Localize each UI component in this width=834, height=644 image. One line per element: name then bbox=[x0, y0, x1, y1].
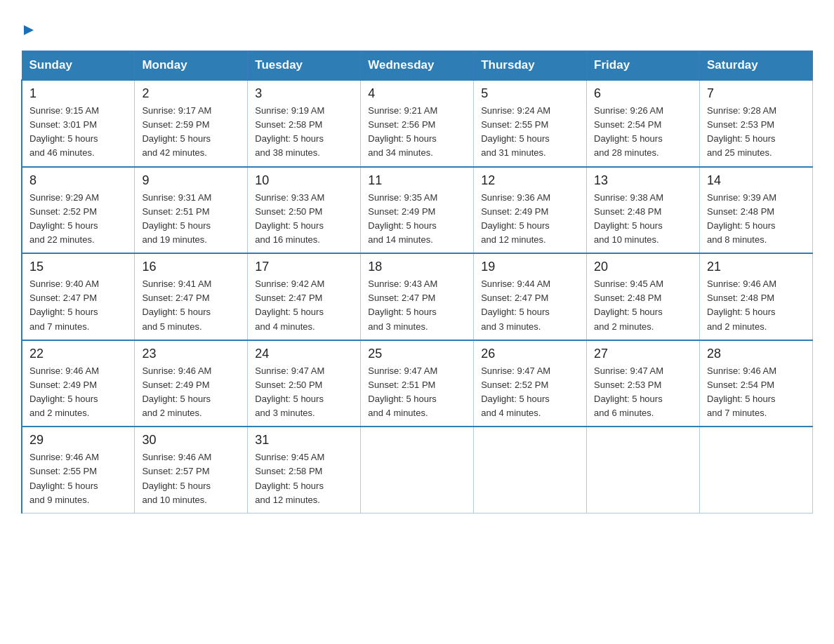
calendar-day-cell: 8Sunrise: 9:29 AM Sunset: 2:52 PM Daylig… bbox=[22, 167, 135, 254]
calendar-day-cell: 9Sunrise: 9:31 AM Sunset: 2:51 PM Daylig… bbox=[135, 167, 248, 254]
day-number: 4 bbox=[368, 86, 466, 101]
calendar-day-cell: 31Sunrise: 9:45 AM Sunset: 2:58 PM Dayli… bbox=[248, 427, 361, 513]
day-number: 17 bbox=[255, 260, 353, 274]
calendar-day-cell: 1Sunrise: 9:15 AM Sunset: 3:01 PM Daylig… bbox=[22, 80, 135, 167]
logo-blue-text bbox=[21, 18, 37, 41]
day-info: Sunrise: 9:28 AM Sunset: 2:53 PM Dayligh… bbox=[707, 104, 805, 161]
day-info: Sunrise: 9:46 AM Sunset: 2:57 PM Dayligh… bbox=[142, 450, 240, 507]
day-info: Sunrise: 9:29 AM Sunset: 2:52 PM Dayligh… bbox=[29, 191, 127, 248]
day-number: 14 bbox=[707, 173, 805, 188]
day-number: 31 bbox=[255, 433, 353, 448]
day-info: Sunrise: 9:42 AM Sunset: 2:47 PM Dayligh… bbox=[255, 277, 353, 334]
day-info: Sunrise: 9:31 AM Sunset: 2:51 PM Dayligh… bbox=[142, 191, 240, 248]
logo bbox=[21, 14, 37, 38]
day-info: Sunrise: 9:26 AM Sunset: 2:54 PM Dayligh… bbox=[594, 104, 692, 161]
day-number: 30 bbox=[142, 433, 240, 448]
day-info: Sunrise: 9:46 AM Sunset: 2:54 PM Dayligh… bbox=[707, 364, 805, 421]
weekday-header-sunday: Sunday bbox=[22, 51, 135, 81]
calendar-day-cell: 18Sunrise: 9:43 AM Sunset: 2:47 PM Dayli… bbox=[361, 253, 474, 340]
day-number: 1 bbox=[29, 86, 127, 101]
weekday-header-friday: Friday bbox=[587, 51, 700, 81]
day-number: 22 bbox=[29, 347, 127, 361]
calendar-day-cell: 25Sunrise: 9:47 AM Sunset: 2:51 PM Dayli… bbox=[361, 340, 474, 427]
day-info: Sunrise: 9:35 AM Sunset: 2:49 PM Dayligh… bbox=[368, 191, 466, 248]
logo-arrow-icon bbox=[21, 22, 37, 38]
day-info: Sunrise: 9:15 AM Sunset: 3:01 PM Dayligh… bbox=[29, 104, 127, 161]
day-info: Sunrise: 9:46 AM Sunset: 2:48 PM Dayligh… bbox=[707, 277, 805, 334]
day-info: Sunrise: 9:43 AM Sunset: 2:47 PM Dayligh… bbox=[368, 277, 466, 334]
weekday-header-tuesday: Tuesday bbox=[248, 51, 361, 81]
day-info: Sunrise: 9:47 AM Sunset: 2:53 PM Dayligh… bbox=[594, 364, 692, 421]
calendar-table: SundayMondayTuesdayWednesdayThursdayFrid… bbox=[21, 51, 813, 514]
calendar-day-cell: 20Sunrise: 9:45 AM Sunset: 2:48 PM Dayli… bbox=[587, 253, 700, 340]
calendar-week-row: 15Sunrise: 9:40 AM Sunset: 2:47 PM Dayli… bbox=[22, 253, 813, 340]
calendar-header-row: SundayMondayTuesdayWednesdayThursdayFrid… bbox=[22, 51, 813, 81]
calendar-week-row: 22Sunrise: 9:46 AM Sunset: 2:49 PM Dayli… bbox=[22, 340, 813, 427]
day-info: Sunrise: 9:19 AM Sunset: 2:58 PM Dayligh… bbox=[255, 104, 353, 161]
calendar-day-cell: 16Sunrise: 9:41 AM Sunset: 2:47 PM Dayli… bbox=[135, 253, 248, 340]
calendar-day-cell: 24Sunrise: 9:47 AM Sunset: 2:50 PM Dayli… bbox=[248, 340, 361, 427]
day-number: 21 bbox=[707, 260, 805, 274]
day-number: 9 bbox=[142, 173, 240, 188]
empty-day-cell bbox=[361, 427, 474, 513]
page-header bbox=[21, 14, 813, 38]
day-number: 2 bbox=[142, 86, 240, 101]
day-number: 27 bbox=[594, 347, 692, 361]
day-number: 26 bbox=[481, 347, 579, 361]
weekday-header-thursday: Thursday bbox=[474, 51, 587, 81]
calendar-week-row: 1Sunrise: 9:15 AM Sunset: 3:01 PM Daylig… bbox=[22, 80, 813, 167]
empty-day-cell bbox=[587, 427, 700, 513]
day-info: Sunrise: 9:39 AM Sunset: 2:48 PM Dayligh… bbox=[707, 191, 805, 248]
calendar-day-cell: 22Sunrise: 9:46 AM Sunset: 2:49 PM Dayli… bbox=[22, 340, 135, 427]
calendar-day-cell: 28Sunrise: 9:46 AM Sunset: 2:54 PM Dayli… bbox=[700, 340, 813, 427]
day-info: Sunrise: 9:36 AM Sunset: 2:49 PM Dayligh… bbox=[481, 191, 579, 248]
calendar-day-cell: 6Sunrise: 9:26 AM Sunset: 2:54 PM Daylig… bbox=[587, 80, 700, 167]
calendar-day-cell: 3Sunrise: 9:19 AM Sunset: 2:58 PM Daylig… bbox=[248, 80, 361, 167]
day-number: 29 bbox=[29, 433, 127, 448]
day-number: 23 bbox=[142, 347, 240, 361]
calendar-day-cell: 5Sunrise: 9:24 AM Sunset: 2:55 PM Daylig… bbox=[474, 80, 587, 167]
day-info: Sunrise: 9:17 AM Sunset: 2:59 PM Dayligh… bbox=[142, 104, 240, 161]
day-info: Sunrise: 9:46 AM Sunset: 2:55 PM Dayligh… bbox=[29, 450, 127, 507]
calendar-day-cell: 13Sunrise: 9:38 AM Sunset: 2:48 PM Dayli… bbox=[587, 167, 700, 254]
day-info: Sunrise: 9:21 AM Sunset: 2:56 PM Dayligh… bbox=[368, 104, 466, 161]
day-number: 18 bbox=[368, 260, 466, 274]
day-number: 12 bbox=[481, 173, 579, 188]
calendar-day-cell: 30Sunrise: 9:46 AM Sunset: 2:57 PM Dayli… bbox=[135, 427, 248, 513]
calendar-day-cell: 27Sunrise: 9:47 AM Sunset: 2:53 PM Dayli… bbox=[587, 340, 700, 427]
day-number: 5 bbox=[481, 86, 579, 101]
day-info: Sunrise: 9:47 AM Sunset: 2:52 PM Dayligh… bbox=[481, 364, 579, 421]
calendar-day-cell: 19Sunrise: 9:44 AM Sunset: 2:47 PM Dayli… bbox=[474, 253, 587, 340]
day-info: Sunrise: 9:47 AM Sunset: 2:50 PM Dayligh… bbox=[255, 364, 353, 421]
day-number: 6 bbox=[594, 86, 692, 101]
calendar-day-cell: 7Sunrise: 9:28 AM Sunset: 2:53 PM Daylig… bbox=[700, 80, 813, 167]
day-info: Sunrise: 9:45 AM Sunset: 2:58 PM Dayligh… bbox=[255, 450, 353, 507]
day-number: 10 bbox=[255, 173, 353, 188]
calendar-day-cell: 15Sunrise: 9:40 AM Sunset: 2:47 PM Dayli… bbox=[22, 253, 135, 340]
day-number: 19 bbox=[481, 260, 579, 274]
day-info: Sunrise: 9:46 AM Sunset: 2:49 PM Dayligh… bbox=[142, 364, 240, 421]
day-number: 7 bbox=[707, 86, 805, 101]
calendar-day-cell: 10Sunrise: 9:33 AM Sunset: 2:50 PM Dayli… bbox=[248, 167, 361, 254]
calendar-day-cell: 14Sunrise: 9:39 AM Sunset: 2:48 PM Dayli… bbox=[700, 167, 813, 254]
day-number: 8 bbox=[29, 173, 127, 188]
day-info: Sunrise: 9:38 AM Sunset: 2:48 PM Dayligh… bbox=[594, 191, 692, 248]
empty-day-cell bbox=[474, 427, 587, 513]
calendar-day-cell: 29Sunrise: 9:46 AM Sunset: 2:55 PM Dayli… bbox=[22, 427, 135, 513]
day-info: Sunrise: 9:45 AM Sunset: 2:48 PM Dayligh… bbox=[594, 277, 692, 334]
calendar-week-row: 8Sunrise: 9:29 AM Sunset: 2:52 PM Daylig… bbox=[22, 167, 813, 254]
calendar-day-cell: 4Sunrise: 9:21 AM Sunset: 2:56 PM Daylig… bbox=[361, 80, 474, 167]
svg-marker-0 bbox=[24, 25, 34, 35]
day-number: 20 bbox=[594, 260, 692, 274]
calendar-week-row: 29Sunrise: 9:46 AM Sunset: 2:55 PM Dayli… bbox=[22, 427, 813, 513]
day-info: Sunrise: 9:41 AM Sunset: 2:47 PM Dayligh… bbox=[142, 277, 240, 334]
weekday-header-saturday: Saturday bbox=[700, 51, 813, 81]
calendar-day-cell: 26Sunrise: 9:47 AM Sunset: 2:52 PM Dayli… bbox=[474, 340, 587, 427]
day-number: 28 bbox=[707, 347, 805, 361]
day-number: 16 bbox=[142, 260, 240, 274]
day-info: Sunrise: 9:24 AM Sunset: 2:55 PM Dayligh… bbox=[481, 104, 579, 161]
calendar-day-cell: 11Sunrise: 9:35 AM Sunset: 2:49 PM Dayli… bbox=[361, 167, 474, 254]
day-number: 3 bbox=[255, 86, 353, 101]
day-number: 15 bbox=[29, 260, 127, 274]
empty-day-cell bbox=[700, 427, 813, 513]
